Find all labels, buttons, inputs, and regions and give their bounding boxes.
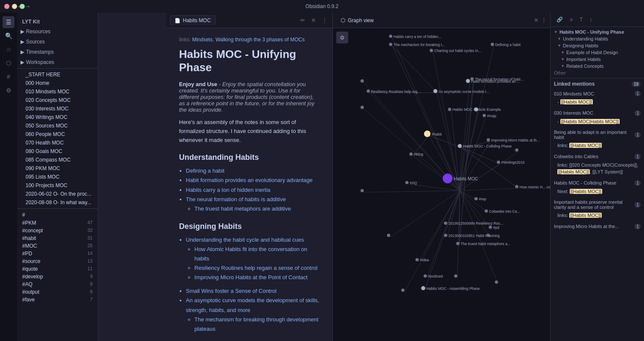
- outline-other[interactable]: Other: [551, 69, 644, 76]
- mechanism-link[interactable]: The mechanism for breaking through devel…: [195, 316, 319, 332]
- list-item[interactable]: The truest habit metaphors are additive: [195, 204, 320, 214]
- habit-evolution-link[interactable]: Habit formation provides an evolutionary…: [186, 177, 313, 183]
- tag-develop[interactable]: #develop 9: [17, 273, 98, 280]
- sidebar-item-090[interactable]: 090 PKM MOC: [17, 164, 98, 173]
- habits-inertia-link[interactable]: Habits carry a ton of hidden inertia: [186, 187, 271, 193]
- linked-group-010-title[interactable]: 010 Mindsets MOC 1: [551, 90, 644, 98]
- tag-pd[interactable]: #PD 14: [17, 250, 98, 257]
- timestamps-section-title[interactable]: ▶ Timestamps: [17, 48, 98, 56]
- svg-point-88: [409, 153, 413, 156]
- outline-item-example[interactable]: ▼ Example of Habit Design: [551, 49, 644, 56]
- habits-moc-tab[interactable]: 📄 Habits MOC: [170, 15, 216, 25]
- list-item[interactable]: Resiliency Routines help regain a sense …: [195, 263, 320, 273]
- tag-aq[interactable]: #AQ 8: [17, 280, 98, 288]
- graph-view-tab[interactable]: ⬡ Graph view: [336, 15, 378, 25]
- sidebar-item-080[interactable]: 080 Goals MOC: [17, 147, 98, 156]
- linked-group-colliding-title[interactable]: Habits MOC - Colliding Phase 1: [551, 179, 644, 187]
- defining-habit-link[interactable]: Defining a habit: [186, 168, 224, 174]
- sidebar-item-095[interactable]: 095 Lists MOC: [17, 173, 98, 181]
- close-graph-button[interactable]: ✕: [534, 17, 539, 23]
- sidebar-item-010[interactable]: 010 Mindsets MOC: [17, 87, 98, 96]
- truest-habit-link[interactable]: The truest habit metaphors are additive: [195, 205, 291, 212]
- sources-section-title[interactable]: ▶ Sources: [17, 38, 98, 46]
- habit-cycle-link[interactable]: Understanding the habit cycle and habitu…: [186, 237, 304, 243]
- linked-mentions-header[interactable]: Linked mentions 19: [551, 78, 644, 90]
- linked-group-030-title[interactable]: 030 Interests MOC 1: [551, 109, 644, 117]
- search-icon-btn[interactable]: 🔍: [3, 30, 15, 42]
- sidebar-item-085[interactable]: 085 Compass MOC: [17, 156, 98, 164]
- tags-icon-btn[interactable]: #: [3, 71, 15, 83]
- atomic-habits-link[interactable]: How Atomic Habits fit into the conversat…: [195, 246, 307, 262]
- linked-group-cobwebs-title[interactable]: Cobwebs into Cables 1: [551, 153, 644, 161]
- svg-point-75: [444, 222, 447, 225]
- outline-item-understanding[interactable]: ▼ Understanding Habits: [551, 35, 644, 42]
- outline-item-related[interactable]: ▼ Related Concepts: [551, 63, 644, 69]
- sidebar-item-2020-1[interactable]: 2020-06-02 O- On the proc...: [17, 190, 98, 198]
- plugin-icon-btn[interactable]: ⚙: [3, 84, 15, 96]
- micro-habits-link[interactable]: Improving Micro Habits at the Point of C…: [195, 274, 308, 280]
- back-button[interactable]: ←: [17, 3, 23, 10]
- link-icon-btn[interactable]: 🔗: [554, 15, 565, 24]
- list-item[interactable]: Habits carry a ton of hidden inertia: [186, 185, 320, 195]
- outline-item-designing[interactable]: ▼ Designing Habits: [551, 42, 644, 49]
- sidebar-item-2020-2[interactable]: 2020-08-08 O- In what way...: [17, 198, 98, 207]
- editor-links: links: Mindsets, Walking through the 3 p…: [179, 37, 320, 43]
- linked-group-micro-title[interactable]: Improving Micro Habits at the... 1: [551, 223, 644, 231]
- tag-habit[interactable]: #habit 31: [17, 234, 98, 242]
- close-tab-button[interactable]: ✕: [309, 16, 318, 24]
- mindsets-link[interactable]: Mindsets: [192, 37, 213, 43]
- phases-link[interactable]: Walking through the 3 phases of MOCs: [216, 37, 305, 43]
- svg-text:#habit: #habit: [432, 132, 442, 136]
- sidebar-item-start[interactable]: _START HERE: [17, 70, 98, 79]
- list-item[interactable]: Habit formation provides an evolutionary…: [186, 176, 320, 185]
- edit-button[interactable]: ✏: [299, 16, 307, 24]
- tag-concept[interactable]: #concept 32: [17, 227, 98, 234]
- resiliency-link[interactable]: Resiliency Routines help regain a sense …: [195, 265, 318, 271]
- sidebar-item-070[interactable]: 070 Health MOC: [17, 139, 98, 147]
- graph-icon-btn[interactable]: ⬡: [3, 57, 15, 69]
- list-item[interactable]: The mechanism for breaking through devel…: [195, 315, 320, 334]
- sidebar-item-040[interactable]: 040 Writings MOC: [17, 113, 98, 121]
- list-item[interactable]: Improving Micro Habits at the Point of C…: [195, 273, 320, 282]
- outline-section: ▼ Habits MOC - Unifying Phase ▼ Understa…: [551, 27, 644, 78]
- forward-button[interactable]: →: [25, 3, 31, 10]
- list-item[interactable]: How Atomic Habits fit into the conversat…: [195, 245, 320, 263]
- sidebar-item-100[interactable]: 100 Projects MOC: [17, 181, 98, 190]
- sidebar-item-060[interactable]: 060 People MOC: [17, 130, 98, 139]
- resources-section-title[interactable]: ▶ Resources: [17, 27, 98, 36]
- files-icon-btn[interactable]: ☰: [3, 16, 15, 28]
- sidebar-item-050[interactable]: 050 Sources MOC: [17, 121, 98, 130]
- more-options-button[interactable]: ⋮: [320, 16, 329, 24]
- tag-moc[interactable]: #MOC 25: [17, 242, 98, 250]
- sidebar-item-020[interactable]: 020 Concepts MOC: [17, 96, 98, 104]
- linked-group-adapt-title[interactable]: Being able to adapt is an important habi…: [551, 128, 644, 141]
- sidebar-item-000[interactable]: 000 Home: [17, 79, 98, 87]
- heading-btn[interactable]: T: [577, 15, 585, 24]
- tag-fave[interactable]: #fave 7: [17, 296, 98, 303]
- graph-visualization[interactable]: Habits MOC#habitHabits MOC - Colliding P…: [333, 28, 550, 341]
- sidebar-item-030[interactable]: 030 Interests MOC: [17, 104, 98, 113]
- tag-source[interactable]: #source 13: [17, 257, 98, 265]
- tag-output[interactable]: #output 8: [17, 288, 98, 296]
- close-button[interactable]: [4, 4, 9, 9]
- workspaces-section-title[interactable]: ▶ Workspaces: [17, 58, 98, 66]
- list-item[interactable]: Small Wins foster a Sense of Control: [186, 286, 320, 296]
- list-item[interactable]: Understanding the habit cycle and habitu…: [186, 235, 320, 282]
- graph-more-button[interactable]: ⋮: [541, 17, 547, 23]
- list-item[interactable]: The neural formation of habits is additi…: [186, 195, 320, 214]
- list-item[interactable]: An asymptotic curve models the developme…: [186, 296, 320, 333]
- tag-pkm[interactable]: #PKM 47: [17, 219, 98, 227]
- sort-btn[interactable]: ↕: [587, 15, 594, 24]
- graph-settings-button[interactable]: ⚙: [336, 32, 348, 43]
- minimize-button[interactable]: [12, 4, 17, 9]
- outline-item-main[interactable]: ▼ Habits MOC - Unifying Phase: [551, 29, 644, 35]
- star-icon-btn[interactable]: ☆: [3, 43, 15, 55]
- tag-quote[interactable]: #quote 11: [17, 265, 98, 273]
- neural-formation-link[interactable]: The neural formation of habits is additi…: [186, 196, 286, 202]
- format-btn[interactable]: ≡: [567, 15, 575, 24]
- asymptotic-link[interactable]: An asymptotic curve models the developme…: [186, 297, 319, 313]
- outline-item-important[interactable]: ▼ Important Habits: [551, 56, 644, 63]
- linked-group-important-title[interactable]: Important habits preserve mental clarity…: [551, 198, 644, 211]
- list-item[interactable]: Defining a habit: [186, 166, 320, 176]
- small-wins-link[interactable]: Small Wins foster a Sense of Control: [186, 288, 277, 294]
